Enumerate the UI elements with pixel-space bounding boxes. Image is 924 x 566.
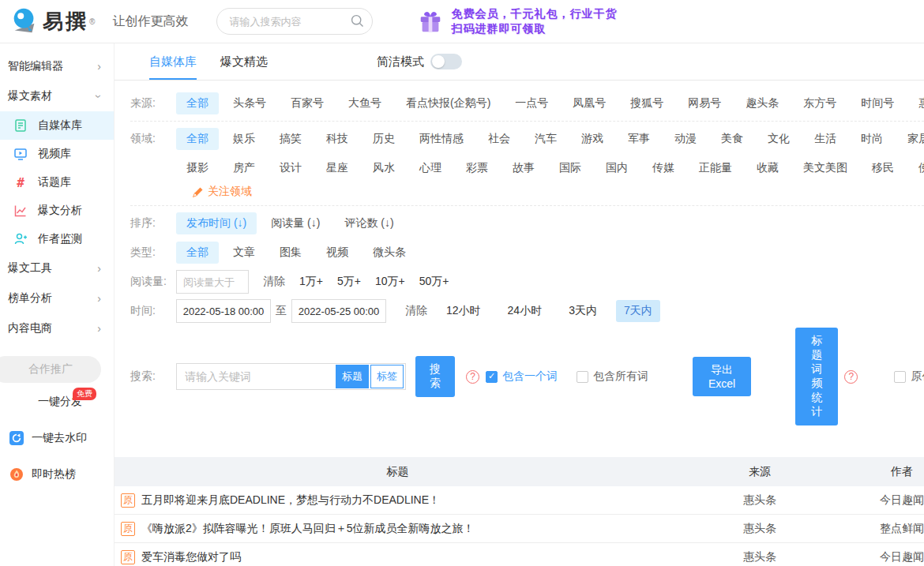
article-author[interactable]: 今日趣闻 xyxy=(839,493,924,508)
search-icon[interactable] xyxy=(351,14,364,28)
field-option[interactable]: 家居 xyxy=(897,128,924,150)
field-option[interactable]: 国内 xyxy=(595,157,638,179)
table-row[interactable]: 原 爱车消毒您做对了吗 惠头条 今日趣闻 xyxy=(115,543,924,566)
follow-field-link[interactable]: 关注领域 xyxy=(192,185,924,199)
field-option[interactable]: 彩票 xyxy=(456,157,498,179)
header-search-input[interactable] xyxy=(216,8,373,35)
table-row[interactable]: 原 《嗨放派2》拟阵容曝光！原班人马回归＋5位新成员全新嗨放之旅！ 惠头条 整点… xyxy=(115,515,924,543)
source-option[interactable]: 大鱼号 xyxy=(338,92,392,114)
read-count-option[interactable]: 50万+ xyxy=(419,275,449,289)
field-option[interactable]: 设计 xyxy=(269,157,312,179)
field-option[interactable]: 故事 xyxy=(502,157,545,179)
word-frequency-button[interactable]: 标题词频统计 xyxy=(795,328,838,425)
source-option[interactable]: 东方号 xyxy=(793,92,847,114)
sidebar-item-topic-library[interactable]: # 话题库 xyxy=(0,168,114,197)
field-option[interactable]: 佛学 xyxy=(908,157,924,179)
source-option[interactable]: 时间号 xyxy=(851,92,904,114)
article-title[interactable]: 《嗨放派2》拟阵容曝光！原班人马回归＋5位新成员全新嗨放之旅！ xyxy=(141,522,475,536)
time-option[interactable]: 12小时 xyxy=(438,300,489,322)
field-option[interactable]: 动漫 xyxy=(664,128,707,150)
source-option[interactable]: 头条号 xyxy=(223,92,276,114)
field-option[interactable]: 娱乐 xyxy=(223,128,265,150)
read-count-option[interactable]: 10万+ xyxy=(375,275,405,289)
sort-option[interactable]: 阅读量 (↓) xyxy=(261,212,330,234)
read-count-input[interactable] xyxy=(176,270,249,294)
source-option[interactable]: 凤凰号 xyxy=(562,92,616,114)
field-option[interactable]: 收藏 xyxy=(746,157,789,179)
table-row[interactable]: 原 五月即将迎来月底DEADLINE，梦想与行动力不DEADLINE！ 惠头条 … xyxy=(115,486,924,515)
read-count-clear[interactable]: 清除 xyxy=(263,275,285,289)
search-by-tag-button[interactable]: 标签 xyxy=(370,365,404,388)
time-option[interactable]: 3天内 xyxy=(561,300,605,322)
tab-media-library[interactable]: 自媒体库 xyxy=(149,43,197,80)
sidebar-group-ecommerce[interactable]: 内容电商 › xyxy=(0,313,114,343)
field-option[interactable]: 两性情感 xyxy=(409,128,474,150)
original-only-checkbox[interactable] xyxy=(894,371,906,383)
field-option[interactable]: 星座 xyxy=(316,157,359,179)
include-one-word-checkbox[interactable] xyxy=(486,371,498,383)
sort-option[interactable]: 发布时间 (↓) xyxy=(176,212,257,234)
field-option[interactable]: 社会 xyxy=(478,128,520,150)
time-clear[interactable]: 清除 xyxy=(405,304,427,318)
sidebar-group-material[interactable]: 爆文素材 › xyxy=(0,81,114,111)
field-option[interactable]: 美文美图 xyxy=(793,157,858,179)
source-option[interactable]: 百家号 xyxy=(280,92,334,114)
type-option[interactable]: 微头条 xyxy=(362,242,416,264)
field-option[interactable]: 科技 xyxy=(316,128,359,150)
type-option[interactable]: 全部 xyxy=(176,242,219,264)
article-author[interactable]: 整点鲜闻 xyxy=(839,522,924,536)
field-option[interactable]: 国际 xyxy=(549,157,592,179)
sidebar-item-distribute[interactable]: 一键分发 免费 xyxy=(0,386,114,418)
field-option[interactable]: 传媒 xyxy=(642,157,685,179)
field-option[interactable]: 风水 xyxy=(362,157,405,179)
field-option[interactable]: 游戏 xyxy=(571,128,614,150)
sidebar-item-author-monitor[interactable]: 作者监测 xyxy=(0,225,114,253)
simple-mode-toggle[interactable] xyxy=(430,54,462,69)
sidebar-item-video-library[interactable]: 视频库 xyxy=(0,140,114,168)
field-option[interactable]: 汽车 xyxy=(524,128,567,150)
field-option[interactable]: 军事 xyxy=(618,128,660,150)
type-option[interactable]: 图集 xyxy=(269,242,312,264)
read-count-option[interactable]: 5万+ xyxy=(337,275,361,289)
source-option[interactable]: 网易号 xyxy=(678,92,731,114)
field-option[interactable]: 房产 xyxy=(223,157,265,179)
time-option[interactable]: 7天内 xyxy=(616,300,660,322)
search-button[interactable]: 搜索 xyxy=(415,356,455,397)
source-option[interactable]: 趣头条 xyxy=(735,92,789,114)
time-from-input[interactable] xyxy=(176,299,271,323)
field-option[interactable]: 生活 xyxy=(804,128,847,150)
sidebar-group-editor[interactable]: 智能编辑器 › xyxy=(0,51,114,81)
article-title[interactable]: 爱车消毒您做对了吗 xyxy=(141,550,241,564)
keyword-input[interactable] xyxy=(177,370,336,383)
field-option[interactable]: 全部 xyxy=(176,128,219,150)
promo-banner[interactable]: 免费会员，千元礼包，行业干货 扫码进群即可领取 xyxy=(417,6,617,36)
field-option[interactable]: 搞笑 xyxy=(269,128,312,150)
source-option[interactable]: 惠头条 xyxy=(908,92,924,114)
source-option[interactable]: 全部 xyxy=(176,92,219,114)
tab-featured[interactable]: 爆文精选 xyxy=(220,43,268,80)
include-all-words-checkbox[interactable] xyxy=(577,371,588,383)
type-option[interactable]: 视频 xyxy=(316,242,359,264)
app-logo[interactable]: 易撰® xyxy=(9,6,95,36)
field-option[interactable]: 美食 xyxy=(711,128,753,150)
include-one-word-label[interactable]: 包含一个词 xyxy=(502,369,558,384)
type-option[interactable]: 文章 xyxy=(223,242,265,264)
search-help-icon[interactable]: ? xyxy=(466,370,479,384)
field-option[interactable]: 时尚 xyxy=(851,128,893,150)
field-option[interactable]: 正能量 xyxy=(689,157,742,179)
time-option[interactable]: 24小时 xyxy=(500,300,550,322)
source-option[interactable]: 看点快报(企鹅号) xyxy=(396,92,501,114)
field-option[interactable]: 移民 xyxy=(862,157,904,179)
export-excel-button[interactable]: 导出Excel xyxy=(693,357,751,396)
article-title[interactable]: 五月即将迎来月底DEADLINE，梦想与行动力不DEADLINE！ xyxy=(141,493,440,508)
sidebar-item-watermark[interactable]: 一键去水印 xyxy=(0,422,114,454)
field-option[interactable]: 摄影 xyxy=(176,157,219,179)
source-option[interactable]: 一点号 xyxy=(505,92,558,114)
sidebar-group-rank[interactable]: 榜单分析 › xyxy=(0,283,114,313)
sort-option[interactable]: 评论数 (↓) xyxy=(334,212,404,234)
field-option[interactable]: 历史 xyxy=(362,128,405,150)
read-count-option[interactable]: 1万+ xyxy=(299,275,323,289)
search-by-title-button[interactable]: 标题 xyxy=(336,365,369,388)
time-to-input[interactable] xyxy=(291,299,386,323)
original-only-label[interactable]: 原创 xyxy=(911,369,924,384)
